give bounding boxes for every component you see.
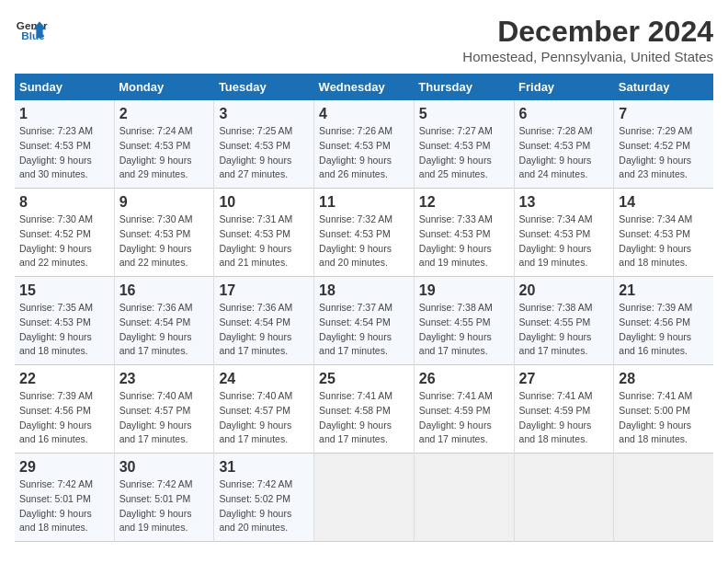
day-cell: 2Sunrise: 7:24 AM Sunset: 4:53 PM Daylig… bbox=[114, 100, 214, 189]
day-cell: 14Sunrise: 7:34 AM Sunset: 4:53 PM Dayli… bbox=[614, 189, 713, 277]
day-number: 31 bbox=[219, 459, 309, 476]
day-info: Sunrise: 7:34 AM Sunset: 4:53 PM Dayligh… bbox=[619, 213, 709, 270]
day-number: 26 bbox=[419, 371, 509, 387]
day-info: Sunrise: 7:29 AM Sunset: 4:52 PM Dayligh… bbox=[619, 124, 709, 182]
day-cell: 9Sunrise: 7:30 AM Sunset: 4:53 PM Daylig… bbox=[114, 189, 214, 277]
column-header-tuesday: Tuesday bbox=[214, 74, 314, 100]
day-cell: 19Sunrise: 7:38 AM Sunset: 4:55 PM Dayli… bbox=[414, 277, 514, 365]
day-number: 10 bbox=[219, 194, 309, 211]
day-cell: 7Sunrise: 7:29 AM Sunset: 4:52 PM Daylig… bbox=[614, 100, 713, 189]
week-row-3: 15Sunrise: 7:35 AM Sunset: 4:53 PM Dayli… bbox=[15, 277, 713, 365]
day-info: Sunrise: 7:38 AM Sunset: 4:55 PM Dayligh… bbox=[419, 301, 509, 359]
day-info: Sunrise: 7:32 AM Sunset: 4:53 PM Dayligh… bbox=[319, 213, 409, 270]
day-info: Sunrise: 7:24 AM Sunset: 4:53 PM Dayligh… bbox=[119, 124, 210, 182]
week-row-1: 1Sunrise: 7:23 AM Sunset: 4:53 PM Daylig… bbox=[15, 100, 713, 189]
logo: General Blue bbox=[15, 15, 48, 48]
day-info: Sunrise: 7:33 AM Sunset: 4:53 PM Dayligh… bbox=[419, 213, 509, 270]
day-info: Sunrise: 7:23 AM Sunset: 4:53 PM Dayligh… bbox=[19, 124, 109, 182]
day-info: Sunrise: 7:41 AM Sunset: 4:58 PM Dayligh… bbox=[319, 389, 409, 447]
day-info: Sunrise: 7:40 AM Sunset: 4:57 PM Dayligh… bbox=[219, 389, 309, 447]
day-number: 13 bbox=[519, 194, 609, 211]
week-row-2: 8Sunrise: 7:30 AM Sunset: 4:52 PM Daylig… bbox=[15, 189, 713, 277]
day-cell: 17Sunrise: 7:36 AM Sunset: 4:54 PM Dayli… bbox=[214, 277, 314, 365]
day-info: Sunrise: 7:30 AM Sunset: 4:53 PM Dayligh… bbox=[119, 213, 210, 270]
day-info: Sunrise: 7:25 AM Sunset: 4:53 PM Dayligh… bbox=[219, 124, 309, 182]
day-info: Sunrise: 7:27 AM Sunset: 4:53 PM Dayligh… bbox=[419, 124, 509, 182]
day-cell: 18Sunrise: 7:37 AM Sunset: 4:54 PM Dayli… bbox=[314, 277, 415, 365]
day-cell: 15Sunrise: 7:35 AM Sunset: 4:53 PM Dayli… bbox=[15, 277, 114, 365]
day-number: 16 bbox=[119, 282, 210, 299]
day-number: 22 bbox=[19, 371, 109, 387]
day-cell: 6Sunrise: 7:28 AM Sunset: 4:53 PM Daylig… bbox=[514, 100, 614, 189]
day-number: 23 bbox=[119, 371, 210, 387]
day-cell: 20Sunrise: 7:38 AM Sunset: 4:55 PM Dayli… bbox=[514, 277, 614, 365]
day-number: 18 bbox=[319, 282, 409, 299]
column-header-saturday: Saturday bbox=[614, 74, 713, 100]
day-cell: 10Sunrise: 7:31 AM Sunset: 4:53 PM Dayli… bbox=[214, 189, 314, 277]
day-number: 27 bbox=[519, 371, 609, 387]
day-cell: 28Sunrise: 7:41 AM Sunset: 5:00 PM Dayli… bbox=[614, 365, 713, 454]
day-info: Sunrise: 7:42 AM Sunset: 5:01 PM Dayligh… bbox=[19, 477, 109, 535]
day-info: Sunrise: 7:36 AM Sunset: 4:54 PM Dayligh… bbox=[119, 301, 210, 359]
day-number: 24 bbox=[219, 371, 309, 387]
logo-icon: General Blue bbox=[15, 15, 48, 48]
day-number: 29 bbox=[19, 459, 109, 476]
day-info: Sunrise: 7:39 AM Sunset: 4:56 PM Dayligh… bbox=[19, 389, 109, 447]
day-number: 30 bbox=[119, 459, 210, 476]
day-cell: 12Sunrise: 7:33 AM Sunset: 4:53 PM Dayli… bbox=[414, 189, 514, 277]
day-number: 6 bbox=[519, 106, 609, 122]
title-area: December 2024 Homestead, Pennsylvania, U… bbox=[462, 15, 713, 64]
header-row: SundayMondayTuesdayWednesdayThursdayFrid… bbox=[15, 74, 713, 100]
day-cell: 27Sunrise: 7:41 AM Sunset: 4:59 PM Dayli… bbox=[514, 365, 614, 454]
day-cell: 24Sunrise: 7:40 AM Sunset: 4:57 PM Dayli… bbox=[214, 365, 314, 454]
column-header-thursday: Thursday bbox=[414, 74, 514, 100]
week-row-4: 22Sunrise: 7:39 AM Sunset: 4:56 PM Dayli… bbox=[15, 365, 713, 454]
day-info: Sunrise: 7:41 AM Sunset: 4:59 PM Dayligh… bbox=[419, 389, 509, 447]
day-number: 7 bbox=[619, 106, 709, 122]
day-cell: 11Sunrise: 7:32 AM Sunset: 4:53 PM Dayli… bbox=[314, 189, 415, 277]
column-header-wednesday: Wednesday bbox=[314, 74, 415, 100]
day-cell: 1Sunrise: 7:23 AM Sunset: 4:53 PM Daylig… bbox=[15, 100, 114, 189]
day-number: 19 bbox=[419, 282, 509, 299]
day-number: 9 bbox=[119, 194, 210, 211]
day-number: 25 bbox=[319, 371, 409, 387]
day-cell: 26Sunrise: 7:41 AM Sunset: 4:59 PM Dayli… bbox=[414, 365, 514, 454]
day-cell: 3Sunrise: 7:25 AM Sunset: 4:53 PM Daylig… bbox=[214, 100, 314, 189]
day-number: 28 bbox=[619, 371, 709, 387]
day-cell: 5Sunrise: 7:27 AM Sunset: 4:53 PM Daylig… bbox=[414, 100, 514, 189]
day-info: Sunrise: 7:36 AM Sunset: 4:54 PM Dayligh… bbox=[219, 301, 309, 359]
day-cell: 22Sunrise: 7:39 AM Sunset: 4:56 PM Dayli… bbox=[15, 365, 114, 454]
day-info: Sunrise: 7:35 AM Sunset: 4:53 PM Dayligh… bbox=[19, 301, 109, 359]
header: General Blue December 2024 Homestead, Pe… bbox=[15, 15, 713, 64]
day-cell bbox=[614, 454, 713, 542]
day-cell: 31Sunrise: 7:42 AM Sunset: 5:02 PM Dayli… bbox=[214, 454, 314, 542]
day-info: Sunrise: 7:37 AM Sunset: 4:54 PM Dayligh… bbox=[319, 301, 409, 359]
day-info: Sunrise: 7:26 AM Sunset: 4:53 PM Dayligh… bbox=[319, 124, 409, 182]
day-number: 14 bbox=[619, 194, 709, 211]
day-cell: 8Sunrise: 7:30 AM Sunset: 4:52 PM Daylig… bbox=[15, 189, 114, 277]
week-row-5: 29Sunrise: 7:42 AM Sunset: 5:01 PM Dayli… bbox=[15, 454, 713, 542]
day-cell bbox=[314, 454, 415, 542]
column-header-friday: Friday bbox=[514, 74, 614, 100]
day-number: 2 bbox=[119, 106, 210, 122]
day-number: 15 bbox=[19, 282, 109, 299]
day-info: Sunrise: 7:30 AM Sunset: 4:52 PM Dayligh… bbox=[19, 213, 109, 270]
day-cell bbox=[414, 454, 514, 542]
day-number: 5 bbox=[419, 106, 509, 122]
day-number: 1 bbox=[19, 106, 109, 122]
day-number: 11 bbox=[319, 194, 409, 211]
day-info: Sunrise: 7:42 AM Sunset: 5:01 PM Dayligh… bbox=[119, 477, 210, 535]
day-cell: 16Sunrise: 7:36 AM Sunset: 4:54 PM Dayli… bbox=[114, 277, 214, 365]
day-info: Sunrise: 7:34 AM Sunset: 4:53 PM Dayligh… bbox=[519, 213, 609, 270]
day-info: Sunrise: 7:39 AM Sunset: 4:56 PM Dayligh… bbox=[619, 301, 709, 359]
day-cell: 21Sunrise: 7:39 AM Sunset: 4:56 PM Dayli… bbox=[614, 277, 713, 365]
day-cell: 30Sunrise: 7:42 AM Sunset: 5:01 PM Dayli… bbox=[114, 454, 214, 542]
day-info: Sunrise: 7:28 AM Sunset: 4:53 PM Dayligh… bbox=[519, 124, 609, 182]
day-info: Sunrise: 7:31 AM Sunset: 4:53 PM Dayligh… bbox=[219, 213, 309, 270]
day-number: 3 bbox=[219, 106, 309, 122]
day-cell: 29Sunrise: 7:42 AM Sunset: 5:01 PM Dayli… bbox=[15, 454, 114, 542]
day-cell: 25Sunrise: 7:41 AM Sunset: 4:58 PM Dayli… bbox=[314, 365, 415, 454]
day-number: 17 bbox=[219, 282, 309, 299]
day-cell: 13Sunrise: 7:34 AM Sunset: 4:53 PM Dayli… bbox=[514, 189, 614, 277]
page-subtitle: Homestead, Pennsylvania, United States bbox=[462, 49, 713, 64]
